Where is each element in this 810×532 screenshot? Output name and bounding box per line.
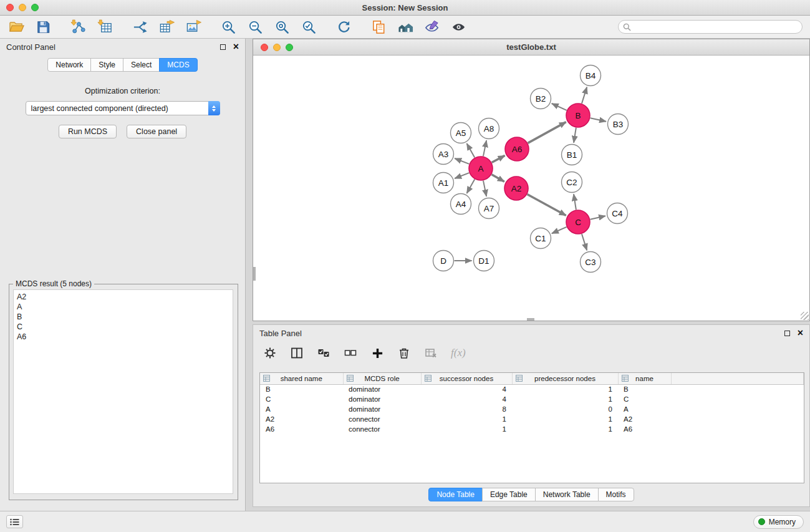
graph-edge-A2-C[interactable] [528, 195, 566, 216]
plus-icon [372, 347, 383, 359]
zoom-network-window-button[interactable] [286, 44, 293, 51]
control-panel: Control Panel × Network Style Select MCD… [0, 39, 246, 511]
minimize-network-window-button[interactable] [273, 44, 281, 51]
main-toolbar [0, 16, 810, 39]
zoom-selected-button[interactable] [300, 18, 317, 36]
close-network-window-button[interactable] [261, 44, 268, 51]
minimize-window-button[interactable] [19, 4, 26, 11]
graph-edge-A-A5[interactable] [467, 143, 475, 158]
tab-edge-table[interactable]: Edge Table [482, 488, 536, 501]
select-all-columns-button[interactable] [317, 346, 330, 360]
close-panel-button[interactable]: Close panel [127, 125, 186, 138]
show-columns-button[interactable] [290, 346, 304, 360]
tab-node-table[interactable]: Node Table [428, 488, 483, 501]
tab-mcds[interactable]: MCDS [159, 58, 197, 72]
mcds-result-item: A6 [17, 332, 229, 342]
table-toolbar: f(x) [253, 341, 809, 365]
float-table-panel-icon[interactable] [784, 331, 790, 336]
zoom-group [219, 18, 317, 36]
mcds-result-item: C [17, 322, 229, 332]
zoom-in-button[interactable] [219, 18, 237, 36]
refresh-view-button[interactable] [335, 18, 352, 36]
graph-node-label: C4 [612, 209, 623, 218]
network-window-title: testGlobe.txt [506, 42, 556, 52]
column-header-name[interactable]: name [618, 373, 671, 384]
hide-details-button[interactable] [423, 18, 441, 36]
copy-document-button[interactable] [370, 18, 387, 36]
zoom-out-button[interactable] [246, 18, 264, 36]
tab-motifs[interactable]: Motifs [598, 488, 634, 501]
graph-edge-A-A3[interactable] [455, 158, 469, 164]
graph-node-label: B2 [536, 94, 546, 104]
import-table-button[interactable] [96, 18, 113, 36]
export-image-button[interactable] [185, 18, 202, 36]
optimization-criterion-dropdown[interactable]: largest connected component (directed) [26, 101, 220, 115]
graph-edge-B-B2[interactable] [552, 104, 567, 110]
column-header-successor-nodes[interactable]: successor nodes [421, 373, 512, 384]
graph-edge-A-A8[interactable] [483, 140, 486, 156]
table-panel-title: Table Panel [259, 329, 784, 338]
table-row[interactable]: A2 connector 1 1 A2 [260, 414, 804, 424]
graph-node-label: C2 [566, 178, 577, 187]
graph-node-label: B4 [586, 71, 596, 80]
mcds-result-item: A [17, 302, 229, 312]
delete-column-button[interactable] [397, 346, 411, 360]
graph-edge-C-C2[interactable] [574, 194, 576, 210]
search-box[interactable] [618, 20, 803, 34]
graph-edge-B-B1[interactable] [574, 128, 576, 143]
save-session-button[interactable] [34, 18, 52, 36]
tab-network[interactable]: Network [47, 58, 91, 72]
canvas-horizontal-scroll-hint[interactable] [527, 318, 534, 321]
zoom-fit-button[interactable] [273, 18, 291, 36]
tab-network-table[interactable]: Network Table [535, 488, 599, 501]
graph-edge-A-A2[interactable] [491, 175, 504, 181]
table-row[interactable]: C dominator 4 1 C [260, 394, 804, 404]
table-settings-button[interactable] [263, 346, 277, 360]
column-header-predecessor-nodes[interactable]: predecessor nodes [512, 373, 618, 384]
export-table-button[interactable] [158, 18, 175, 36]
column-attribute-icon [622, 375, 629, 383]
graph-edge-B-B3[interactable] [591, 118, 606, 122]
show-details-button[interactable] [450, 18, 468, 36]
table-row[interactable]: A dominator 8 0 A [260, 404, 804, 414]
graph-edge-A-A4[interactable] [467, 179, 475, 193]
float-panel-icon[interactable] [220, 44, 226, 50]
table-row[interactable]: B dominator 4 1 B [260, 384, 804, 394]
deselect-all-columns-button[interactable] [344, 346, 357, 360]
search-input[interactable] [634, 22, 798, 31]
ndex-button[interactable] [397, 18, 414, 36]
canvas-vertical-scroll-hint[interactable] [253, 267, 256, 281]
node-table: shared name MCDS role successor nodes [259, 372, 804, 483]
function-builder-button[interactable]: f(x) [451, 347, 466, 359]
network-window-titlebar: testGlobe.txt [253, 39, 809, 56]
add-column-button[interactable] [370, 346, 384, 360]
run-mcds-button[interactable]: Run MCDS [59, 125, 117, 138]
network-canvas[interactable]: B4B2BB3A5A8A6B1A3AC2A1A2A4A7C4CC1C3DD1 [253, 56, 809, 321]
dropdown-stepper [208, 101, 220, 115]
graph-edge-A-A1[interactable] [455, 173, 469, 178]
import-network-button[interactable] [69, 18, 87, 36]
graph-edge-A-A7[interactable] [483, 181, 486, 196]
graph-edge-B-B4[interactable] [582, 87, 587, 104]
graph-edge-A6-B[interactable] [528, 122, 566, 143]
tab-style[interactable]: Style [90, 58, 123, 72]
column-header-mcds-role[interactable]: MCDS role [343, 373, 421, 384]
graph-edge-C-C3[interactable] [582, 234, 587, 250]
close-table-panel-icon[interactable]: × [798, 328, 803, 338]
delete-table-button[interactable] [424, 346, 438, 360]
table-row[interactable]: A6 connector 1 1 A6 [260, 424, 804, 434]
memory-button[interactable]: Memory [753, 515, 804, 529]
graph-edge-C-C4[interactable] [591, 216, 605, 219]
close-window-button[interactable] [6, 4, 14, 11]
graph-edge-A-A6[interactable] [492, 155, 505, 162]
open-session-button[interactable] [7, 18, 25, 36]
zoom-window-button[interactable] [31, 4, 39, 11]
task-history-button[interactable] [6, 515, 23, 528]
new-network-button[interactable] [131, 18, 148, 36]
window-resize-grip[interactable] [801, 312, 809, 320]
close-panel-icon[interactable]: × [233, 42, 239, 52]
column-header-shared-name[interactable]: shared name [260, 373, 343, 384]
graph-edge-C-C1[interactable] [552, 227, 567, 233]
tab-select[interactable]: Select [123, 58, 160, 72]
mcds-result-groupbox: MCDS result (5 nodes) A2 A B C A6 [9, 284, 238, 500]
